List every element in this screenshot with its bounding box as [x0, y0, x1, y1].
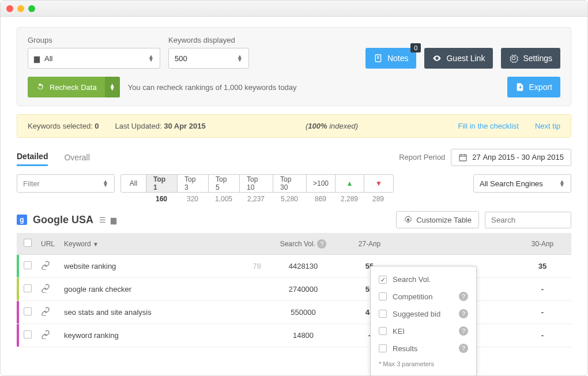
- minimize-window-button[interactable]: [17, 5, 24, 12]
- search-vol-cell: 4428130: [266, 255, 341, 278]
- option-checkbox[interactable]: [379, 327, 387, 335]
- list-view-icon[interactable]: ☰: [99, 216, 106, 224]
- customize-table-popup: Search Vol.Competition?Suggested bid?KEI…: [370, 266, 477, 376]
- close-window-button[interactable]: [6, 5, 13, 12]
- folder-icon: ▆: [34, 54, 40, 63]
- search-engines-select[interactable]: All Search Engines ▲▼: [473, 174, 571, 193]
- popup-option[interactable]: Search Vol.: [371, 271, 476, 288]
- rank-segment[interactable]: All: [121, 175, 146, 192]
- keywords-selected: Keywords selected: 0: [28, 122, 99, 130]
- url-link-icon[interactable]: [41, 332, 50, 341]
- refresh-icon: [36, 82, 45, 92]
- keyword-cell: keyword ranking: [59, 324, 237, 347]
- option-label: Search Vol.: [393, 275, 468, 284]
- option-label: KEI: [393, 327, 453, 336]
- popup-option[interactable]: Results?: [371, 340, 476, 357]
- option-checkbox[interactable]: [379, 276, 387, 284]
- recheck-data-button[interactable]: Recheck Data ▲▼: [28, 77, 120, 97]
- tab-overall[interactable]: Overall: [64, 149, 89, 166]
- url-link-icon[interactable]: [41, 286, 50, 295]
- row-checkbox[interactable]: [24, 284, 32, 292]
- search-engine-title: Google USA: [33, 214, 93, 226]
- filter-select[interactable]: Filter ▲▼: [17, 174, 115, 193]
- notes-badge: 0: [410, 43, 421, 52]
- col-search-vol[interactable]: Search Vol. ?: [266, 233, 341, 255]
- groups-label: Groups: [28, 36, 160, 44]
- help-icon[interactable]: ?: [317, 239, 326, 249]
- keyword-cell: google rank checker: [59, 278, 237, 301]
- search-vol-cell: 14800: [266, 324, 341, 347]
- date2-cell: -: [514, 301, 571, 324]
- option-label: Competition: [393, 292, 453, 301]
- popup-option[interactable]: Competition?: [371, 288, 476, 305]
- option-label: Suggested bid: [393, 310, 453, 318]
- search-vol-cell: 550000: [266, 301, 341, 324]
- svg-rect-3: [459, 155, 466, 161]
- dropdown-arrows-icon: ▲▼: [237, 55, 243, 62]
- dropdown-arrows-icon: ▲▼: [559, 180, 565, 187]
- folder-view-icon[interactable]: ▆: [111, 216, 116, 224]
- help-icon[interactable]: ?: [459, 344, 468, 353]
- help-icon[interactable]: ?: [459, 309, 468, 318]
- keyword-cell: website ranking: [59, 255, 237, 278]
- keywords-displayed-select[interactable]: 500 ▲▼: [168, 48, 249, 69]
- maximize-window-button[interactable]: [28, 5, 35, 12]
- popup-option[interactable]: Suggested bid?: [371, 305, 476, 322]
- export-button[interactable]: Export: [507, 77, 560, 97]
- col-keyword[interactable]: Keyword ▼: [59, 233, 237, 255]
- fill-checklist-link[interactable]: Fill in the checklist: [458, 122, 518, 130]
- dropdown-arrows-icon: ▲▼: [103, 180, 108, 187]
- groups-select[interactable]: ▆All ▲▼: [28, 48, 160, 69]
- url-link-icon[interactable]: [41, 309, 50, 318]
- row-checkbox[interactable]: [24, 307, 32, 315]
- col-url[interactable]: URL: [36, 233, 59, 255]
- tab-detailed[interactable]: Detailed: [17, 148, 48, 166]
- notes-icon: [374, 54, 383, 63]
- table-search-input[interactable]: [485, 212, 571, 228]
- col-date-1[interactable]: 27-Апр: [341, 233, 398, 255]
- table-row: keyword ranking14800--: [17, 324, 571, 347]
- rank-count: 869: [306, 195, 335, 203]
- popup-option[interactable]: KEI?: [371, 322, 476, 340]
- rank-segment[interactable]: >100: [307, 175, 336, 192]
- keywords-displayed-label: Keywords displayed: [168, 36, 249, 44]
- help-icon[interactable]: ?: [459, 326, 468, 336]
- url-link-icon[interactable]: [41, 263, 50, 272]
- row-checkbox[interactable]: [24, 330, 32, 339]
- settings-button[interactable]: Settings: [501, 48, 560, 69]
- next-tip-link[interactable]: Next tip: [535, 122, 560, 130]
- rank-segment[interactable]: Top 1: [146, 175, 178, 192]
- gear-icon: [509, 54, 518, 63]
- rank-segment[interactable]: Top 5: [209, 175, 240, 192]
- rank-up-segment[interactable]: ▲: [336, 175, 364, 192]
- col-date-2[interactable]: 30-Апр: [514, 233, 571, 255]
- customize-table-button[interactable]: Customize Table: [396, 211, 479, 228]
- option-checkbox[interactable]: [379, 310, 387, 318]
- notes-button[interactable]: Notes 0: [365, 48, 417, 69]
- keywords-table: URL Keyword ▼ Search Vol. ? 27-Апр 30-Ап…: [17, 233, 571, 347]
- date2-cell: -: [514, 278, 571, 301]
- guest-link-button[interactable]: Guest Link: [424, 48, 493, 69]
- google-badge-icon: g: [17, 215, 27, 225]
- indexed-status: (100% indexed): [222, 122, 442, 130]
- rank-segment[interactable]: Top 3: [178, 175, 209, 192]
- eye-icon: [432, 54, 442, 63]
- keyword-note: [237, 301, 266, 324]
- rank-filter-counts: 1603201,0052,2375,2808692,289289: [120, 195, 394, 203]
- row-checkbox[interactable]: [24, 261, 32, 269]
- recheck-split-toggle[interactable]: ▲▼: [105, 77, 120, 97]
- rank-count: 320: [177, 195, 208, 203]
- help-icon[interactable]: ?: [459, 292, 468, 301]
- rank-segment[interactable]: Top 10: [240, 175, 273, 192]
- option-checkbox[interactable]: [379, 344, 387, 352]
- option-checkbox[interactable]: [379, 292, 387, 300]
- table-row: seo stats and site analysis55000044-: [17, 301, 571, 324]
- rank-down-segment[interactable]: ▼: [364, 175, 393, 192]
- select-all-checkbox[interactable]: [24, 239, 32, 247]
- export-icon: [515, 82, 525, 92]
- rank-segment[interactable]: Top 30: [273, 175, 307, 192]
- report-period-select[interactable]: 27 Апр 2015 - 30 Апр 2015: [451, 149, 571, 166]
- table-row: google rank checker274000055-: [17, 278, 571, 301]
- report-period-label: Report Period: [399, 153, 445, 161]
- calendar-icon: [458, 153, 468, 162]
